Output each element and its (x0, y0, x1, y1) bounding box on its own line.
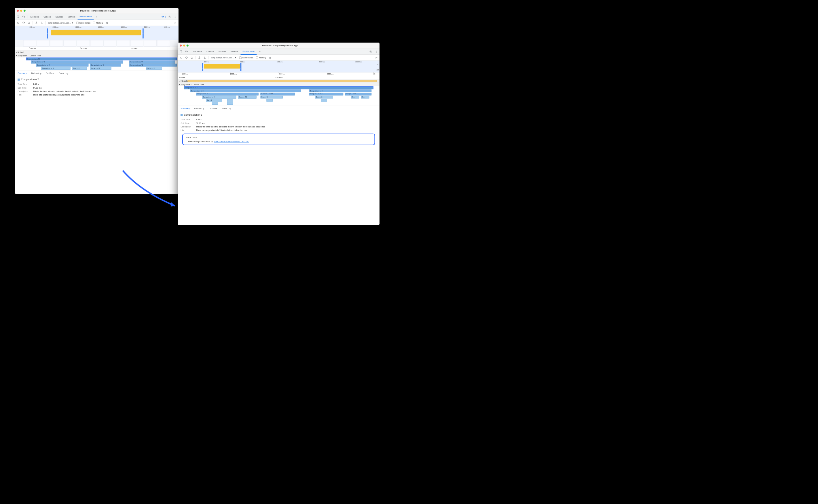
upload-icon[interactable] (34, 20, 39, 25)
panel-gear-icon[interactable] (374, 55, 379, 60)
memory-checkbox[interactable]: Memory (256, 56, 266, 59)
thumb[interactable] (63, 40, 76, 47)
record-icon[interactable] (178, 55, 184, 60)
flame-bar[interactable]: Computa…n of 3 (309, 93, 343, 96)
clear-icon[interactable] (189, 55, 194, 60)
track-frames[interactable]: Frames 2155.4 ms (178, 76, 380, 80)
thumb[interactable] (90, 40, 103, 47)
record-icon[interactable] (16, 20, 21, 25)
tab-console[interactable]: Console (204, 48, 216, 55)
detail-tab-eventlog[interactable]: Event Log (57, 70, 70, 76)
minimize-button[interactable] (183, 45, 185, 47)
flame-bar[interactable]: Comp…f 2 (146, 67, 162, 70)
device-icon[interactable] (21, 14, 26, 19)
flame-bar[interactable]: Co… 2 (206, 99, 222, 102)
more-tabs-icon[interactable] (257, 49, 262, 54)
track-custom[interactable]: Corgi track — Custom Track (15, 54, 178, 58)
flame-bar[interactable]: Computation of 5 (190, 89, 301, 92)
detail-tab-calltree[interactable]: Call Tree (44, 70, 56, 76)
detail-tab-eventlog[interactable]: Event Log (220, 106, 233, 112)
flame-bar[interactable]: Computation of 6 (26, 58, 177, 60)
screenshots-checkbox[interactable]: Screenshots (76, 22, 90, 24)
track-interactions[interactable]: Interactions (178, 79, 380, 83)
thumb[interactable] (50, 40, 63, 47)
tab-network[interactable]: Network (66, 14, 77, 20)
flame-bar[interactable] (212, 102, 218, 105)
tab-elements[interactable]: Elements (191, 48, 204, 55)
more-tabs-icon[interactable] (94, 14, 99, 19)
detail-tab-bottomup[interactable]: Bottom-Up (29, 70, 43, 76)
flame-bar[interactable]: Com… 2 (315, 96, 333, 99)
flame-bar[interactable] (267, 99, 273, 102)
tab-performance[interactable]: Performance (241, 48, 257, 55)
thumb[interactable] (77, 40, 90, 47)
zoom-button[interactable] (24, 10, 26, 12)
screenshots-checkbox[interactable]: Screenshots (239, 56, 254, 59)
overview-handle-start[interactable] (202, 63, 203, 71)
tab-performance[interactable]: Performance (77, 14, 93, 20)
flame-bar[interactable]: C… (351, 96, 359, 99)
screenshot-strip[interactable] (15, 40, 178, 47)
flame-bar[interactable]: Comput…n of 3 (202, 96, 236, 99)
flame-chart[interactable]: Computation of 6Computation of 5Computat… (178, 86, 380, 106)
flame-bar[interactable]: Comp…f 2 (239, 96, 257, 99)
thumb[interactable] (130, 40, 143, 47)
upload-icon[interactable] (197, 55, 202, 60)
thumb[interactable] (117, 40, 130, 47)
tab-elements[interactable]: Elements (28, 14, 41, 20)
thumb[interactable] (144, 40, 157, 47)
gear-icon[interactable] (167, 14, 172, 19)
flame-bar[interactable]: Comput…n of 3 (41, 67, 70, 70)
reload-icon[interactable] (21, 20, 26, 25)
flame-bar[interactable]: Comp…of 2 (90, 67, 111, 70)
thumb[interactable] (23, 40, 36, 47)
flame-bar[interactable]: Com…f 2 (261, 96, 283, 99)
memory-checkbox[interactable]: Memory (93, 22, 103, 24)
download-icon[interactable] (39, 20, 44, 25)
detail-tab-summary[interactable]: Summary (16, 70, 28, 76)
flame-chart[interactable]: Computation of 6Computation of 5Computat… (15, 57, 178, 70)
overview-handle-start[interactable] (47, 28, 48, 38)
zoom-button[interactable] (186, 45, 188, 47)
flame-bar[interactable]: Comput…n of 3 (261, 93, 295, 96)
kebab-icon[interactable] (172, 14, 178, 19)
inspect-icon[interactable] (178, 49, 184, 54)
flame-bar[interactable] (321, 99, 327, 102)
download-icon[interactable] (202, 55, 207, 60)
flame-bar[interactable]: Computation of 6 (184, 86, 373, 89)
detail-tab-calltree[interactable]: Call Tree (207, 106, 219, 112)
overview-handle-end[interactable] (142, 28, 144, 38)
flame-bar[interactable]: Computation of 5 (31, 61, 123, 64)
flame-bar[interactable] (227, 102, 233, 105)
flame-bar[interactable]: Computation of 4 (36, 64, 88, 66)
flame-bar[interactable]: Computation of 3 (90, 64, 121, 66)
close-button[interactable] (180, 45, 182, 47)
thumb[interactable] (37, 40, 49, 47)
tab-network[interactable]: Network (229, 48, 241, 55)
overview-timeline[interactable]: 500 ms 1000 ms 1500 ms 2000 ms 2500 ms 3… (15, 26, 178, 40)
gear-icon[interactable] (368, 49, 373, 54)
tab-sources[interactable]: Sources (217, 48, 228, 55)
detail-tab-summary[interactable]: Summary (178, 106, 191, 112)
stack-trace-link[interactable]: main.63cb5c4bde8be90a.js:1:122716 (214, 140, 249, 143)
track-network[interactable]: Network (15, 51, 178, 54)
track-custom[interactable]: Corgi track — Custom Track (178, 83, 380, 86)
url-dropdown[interactable]: corgi-collage.vercel.app… ▼ (47, 21, 75, 25)
reload-icon[interactable] (184, 55, 189, 60)
device-icon[interactable] (184, 49, 189, 54)
tab-console[interactable]: Console (41, 14, 53, 20)
flame-bar[interactable]: Computation of 4 (196, 93, 258, 96)
overview-handle-end[interactable] (241, 63, 242, 71)
trash-icon[interactable] (104, 20, 110, 25)
url-dropdown[interactable]: corgi-collage.vercel.app… ▼ (210, 56, 238, 60)
panel-gear-icon[interactable] (172, 20, 178, 25)
flame-bar[interactable]: Computation of 3 (129, 64, 177, 66)
trash-icon[interactable] (268, 55, 273, 60)
issues-badge[interactable]: 2 (160, 15, 167, 18)
flame-bar[interactable]: Computation of 4 (129, 61, 175, 64)
flame-bar[interactable]: Compu…of 2 (345, 93, 371, 96)
tab-sources[interactable]: Sources (54, 14, 65, 20)
flame-bar[interactable] (227, 99, 233, 102)
kebab-icon[interactable] (374, 49, 379, 54)
thumb[interactable] (104, 40, 117, 47)
